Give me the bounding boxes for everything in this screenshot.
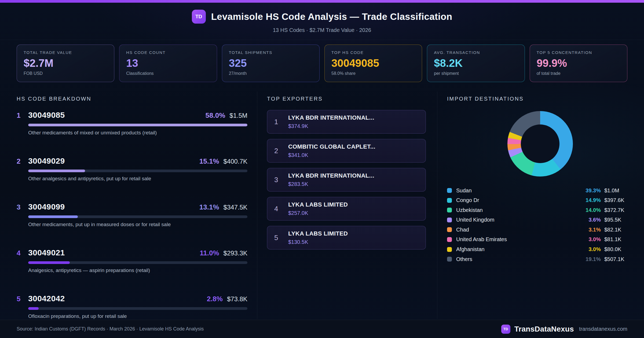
progress-bar-track	[28, 215, 247, 218]
source-note: Source: Indian Customs (DGFT) Records · …	[17, 326, 204, 332]
hs-code-description: Analgesics, antipyretics — aspirin prepa…	[28, 267, 247, 273]
breakdown-row: 43004902111.0%$293.3KAnalgesics, antipyr…	[17, 248, 247, 294]
stat-sublabel: of total trade	[537, 71, 620, 76]
breakdown-rank: 1	[17, 111, 28, 120]
stat-card-1: TOTAL TRADE VALUE$2.7MFOB USD	[17, 45, 114, 82]
stat-card-2: HS CODE COUNT13Classifications	[119, 45, 217, 82]
stat-card-6: TOP 5 CONCENTRATION99.9%of total trade	[530, 45, 627, 82]
breakdown-rank: 3	[17, 203, 28, 211]
hs-code: 30049029	[28, 156, 65, 166]
progress-bar-track	[28, 307, 247, 310]
hs-code-breakdown-panel: HS CODE BREAKDOWN 13004908558.0%$1.5MOth…	[0, 91, 257, 319]
stat-sublabel: Classifications	[126, 71, 210, 76]
stat-label: TOP 5 CONCENTRATION	[537, 50, 620, 55]
exporter-card[interactable]: 2COMBITIC GLOBAL CAPLET...$341.0K	[267, 139, 426, 163]
hs-code: 30049021	[28, 248, 65, 257]
hs-code: 30049099	[28, 202, 65, 211]
legend-swatch-icon	[447, 247, 452, 252]
stat-value: 30049085	[331, 57, 415, 69]
stat-label: HS CODE COUNT	[126, 50, 210, 55]
exporter-card[interactable]: 3LYKA BDR INTERNATIONAL...$283.5K	[267, 168, 426, 192]
hs-code-description: Other medicaments of mixed or unmixed pr…	[28, 130, 247, 136]
exporter-value: $283.5K	[288, 181, 374, 187]
progress-bar-track	[28, 261, 247, 264]
legend-row: United Arab Emirates3.0%$81.1K	[447, 236, 633, 243]
dashboard-page: TD Levamisole HS Code Analysis — Trade C…	[0, 0, 644, 338]
legend-country: Congo Dr	[456, 197, 479, 203]
exporter-rank: 1	[274, 118, 288, 126]
legend-value: $507.1K	[604, 256, 633, 262]
legend-country: Sudan	[456, 188, 472, 194]
header: TD Levamisole HS Code Analysis — Trade C…	[0, 3, 644, 40]
legend-country: United Arab Emirates	[456, 236, 507, 243]
progress-bar-track	[28, 124, 247, 126]
main-content: HS CODE BREAKDOWN 13004908558.0%$1.5MOth…	[0, 91, 644, 319]
breakdown-row: 23004902915.1%$400.7KOther analgesics an…	[17, 156, 247, 202]
page-title: Levamisole HS Code Analysis — Trade Clas…	[211, 11, 452, 22]
stat-label: AVG. TRANSACTION	[434, 50, 518, 55]
legend-row: United Kingdom3.6%$95.5K	[447, 217, 633, 223]
stat-sublabel: per shipment	[434, 71, 518, 76]
progress-bar-fill	[28, 124, 247, 126]
top-exporters-panel: TOP EXPORTERS 1LYKA BDR INTERNATIONAL...…	[257, 91, 437, 319]
brand-badge-small-icon: TD	[501, 325, 510, 334]
breakdown-section-title: HS CODE BREAKDOWN	[17, 96, 247, 102]
exporter-name: LYKA BDR INTERNATIONAL...	[288, 172, 374, 179]
legend-country: United Kingdom	[456, 217, 494, 223]
hs-code: 30042042	[28, 294, 65, 303]
stat-cards-row: TOTAL TRADE VALUE$2.7MFOB USDHS CODE COU…	[0, 45, 644, 82]
exporter-card[interactable]: 5LYKA LABS LIMITED$130.5K	[267, 226, 426, 249]
legend-country: Uzbekistan	[456, 207, 483, 213]
legend-percent: 3.6%	[574, 217, 601, 223]
breakdown-value: $400.7K	[224, 158, 247, 165]
legend-swatch-icon	[447, 237, 452, 242]
legend-percent: 3.0%	[574, 246, 601, 252]
exporter-card[interactable]: 1LYKA BDR INTERNATIONAL...$374.9K	[267, 110, 426, 134]
legend-row: Congo Dr14.9%$397.6K	[447, 197, 633, 204]
progress-bar-fill	[28, 307, 39, 310]
legend-country: Afghanistan	[456, 246, 485, 252]
stat-sublabel: 27/month	[229, 71, 313, 76]
stat-value: $2.7M	[24, 57, 107, 69]
stat-label: TOTAL TRADE VALUE	[24, 50, 107, 55]
stat-label: TOP HS CODE	[331, 50, 415, 55]
legend-swatch-icon	[447, 188, 452, 193]
exporter-card[interactable]: 4LYKA LABS LIMITED$257.0K	[267, 197, 426, 221]
stat-label: TOTAL SHIPMENTS	[229, 50, 313, 55]
hs-code-description: Other analgesics and antipyretics, put u…	[28, 176, 247, 182]
legend-percent: 3.1%	[574, 227, 601, 233]
legend-value: $397.6K	[604, 197, 633, 203]
stat-sublabel: 58.0% share	[331, 71, 415, 76]
exporter-value: $341.0K	[288, 152, 375, 158]
exporter-rank: 5	[274, 234, 288, 242]
accent-topbar	[0, 0, 644, 3]
progress-bar-fill	[28, 170, 85, 172]
exporters-section-title: TOP EXPORTERS	[267, 96, 426, 102]
donut-hole	[521, 124, 559, 163]
legend-country: Others	[456, 256, 472, 262]
legend-swatch-icon	[447, 227, 452, 232]
legend-value: $95.5K	[604, 217, 633, 223]
legend-value: $80.0K	[604, 246, 633, 252]
hs-code-description: Ofloxacin preparations, put up for retai…	[28, 313, 247, 319]
breakdown-row: 13004908558.0%$1.5MOther medicaments of …	[17, 111, 247, 156]
brand-domain: transdatanexus.com	[579, 326, 627, 332]
exporters-list: 1LYKA BDR INTERNATIONAL...$374.9K2COMBIT…	[267, 110, 426, 249]
brand-name: TransDataNexus	[514, 325, 574, 333]
exporter-value: $130.5K	[288, 239, 348, 245]
breakdown-percent: 2.8%	[207, 295, 223, 303]
exporter-name: COMBITIC GLOBAL CAPLET...	[288, 143, 375, 150]
breakdown-rank: 5	[17, 295, 28, 303]
legend-row: Afghanistan3.0%$80.0K	[447, 246, 633, 253]
breakdown-percent: 15.1%	[199, 157, 219, 166]
stat-value: 325	[229, 57, 313, 69]
progress-bar-fill	[28, 261, 70, 264]
breakdown-value: $293.3K	[224, 249, 247, 257]
exporter-value: $374.9K	[288, 123, 374, 129]
stat-value: 99.9%	[537, 57, 620, 69]
stat-sublabel: FOB USD	[24, 71, 107, 76]
legend-country: Chad	[456, 227, 469, 233]
breakdown-percent: 13.1%	[199, 203, 219, 211]
legend-swatch-icon	[447, 208, 452, 212]
exporter-name: LYKA LABS LIMITED	[288, 230, 348, 237]
